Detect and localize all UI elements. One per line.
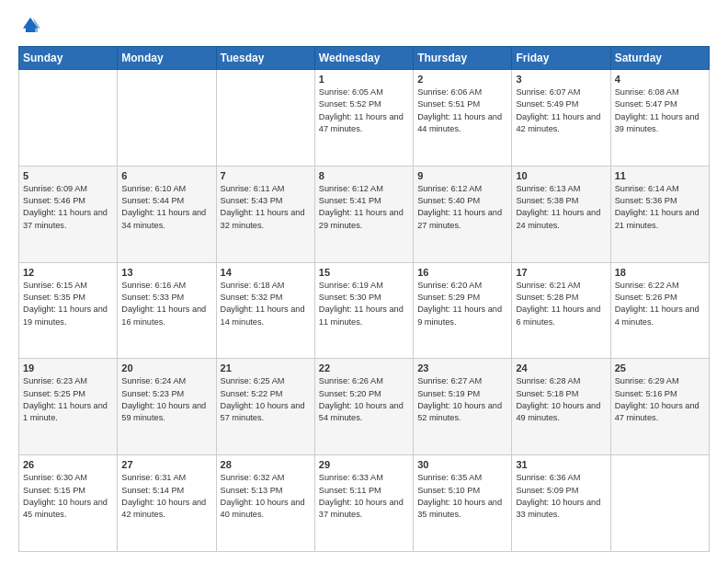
- day-cell: 12Sunrise: 6:15 AMSunset: 5:35 PMDayligh…: [19, 262, 118, 359]
- day-cell: 1Sunrise: 6:05 AMSunset: 5:52 PMDaylight…: [314, 70, 413, 167]
- day-info: Sunrise: 6:29 AMSunset: 5:16 PMDaylight:…: [615, 375, 705, 424]
- day-cell: 19Sunrise: 6:23 AMSunset: 5:25 PMDayligh…: [19, 359, 118, 455]
- day-number: 21: [221, 362, 311, 373]
- day-info: Sunrise: 6:28 AMSunset: 5:18 PMDaylight:…: [516, 375, 606, 424]
- day-number: 1: [319, 74, 409, 85]
- day-info: Sunrise: 6:16 AMSunset: 5:33 PMDaylight:…: [121, 280, 211, 328]
- day-cell: 26Sunrise: 6:30 AMSunset: 5:15 PMDayligh…: [19, 455, 118, 552]
- logo-icon: [20, 15, 40, 35]
- day-number: 30: [417, 459, 507, 470]
- day-info: Sunrise: 6:06 AMSunset: 5:51 PMDaylight:…: [417, 86, 507, 135]
- day-info: Sunrise: 6:31 AMSunset: 5:14 PMDaylight:…: [121, 472, 211, 521]
- day-cell: 2Sunrise: 6:06 AMSunset: 5:51 PMDaylight…: [414, 70, 512, 167]
- day-cell: [19, 70, 118, 167]
- day-cell: 4Sunrise: 6:08 AMSunset: 5:47 PMDaylight…: [610, 70, 709, 167]
- weekday-sunday: Sunday: [19, 47, 118, 70]
- day-info: Sunrise: 6:18 AMSunset: 5:32 PMDaylight:…: [221, 280, 311, 328]
- day-cell: 16Sunrise: 6:20 AMSunset: 5:29 PMDayligh…: [414, 262, 512, 359]
- day-number: 17: [516, 267, 606, 278]
- header: [18, 15, 710, 39]
- day-number: 7: [221, 170, 311, 181]
- day-info: Sunrise: 6:13 AMSunset: 5:38 PMDaylight:…: [516, 183, 606, 232]
- day-info: Sunrise: 6:22 AMSunset: 5:26 PMDaylight:…: [615, 280, 705, 328]
- day-cell: [118, 70, 216, 167]
- day-cell: 24Sunrise: 6:28 AMSunset: 5:18 PMDayligh…: [512, 359, 610, 455]
- day-cell: 20Sunrise: 6:24 AMSunset: 5:23 PMDayligh…: [118, 359, 216, 455]
- day-number: 2: [417, 74, 507, 85]
- day-info: Sunrise: 6:10 AMSunset: 5:44 PMDaylight:…: [121, 183, 211, 232]
- day-info: Sunrise: 6:27 AMSunset: 5:19 PMDaylight:…: [417, 375, 507, 424]
- weekday-header-row: SundayMondayTuesdayWednesdayThursdayFrid…: [19, 47, 710, 70]
- day-number: 15: [319, 267, 409, 278]
- day-number: 28: [221, 459, 311, 470]
- day-cell: [610, 455, 709, 552]
- weekday-monday: Monday: [118, 47, 216, 70]
- day-info: Sunrise: 6:25 AMSunset: 5:22 PMDaylight:…: [221, 375, 311, 424]
- day-cell: 10Sunrise: 6:13 AMSunset: 5:38 PMDayligh…: [512, 166, 610, 262]
- day-info: Sunrise: 6:24 AMSunset: 5:23 PMDaylight:…: [121, 375, 211, 424]
- day-cell: 30Sunrise: 6:35 AMSunset: 5:10 PMDayligh…: [414, 455, 512, 552]
- day-number: 27: [121, 459, 211, 470]
- day-info: Sunrise: 6:12 AMSunset: 5:41 PMDaylight:…: [319, 183, 409, 232]
- day-number: 31: [516, 459, 606, 470]
- day-cell: 25Sunrise: 6:29 AMSunset: 5:16 PMDayligh…: [610, 359, 709, 455]
- day-number: 5: [23, 170, 113, 181]
- weekday-saturday: Saturday: [610, 47, 709, 70]
- week-row-2: 5Sunrise: 6:09 AMSunset: 5:46 PMDaylight…: [19, 166, 710, 262]
- day-number: 14: [221, 267, 311, 278]
- week-row-3: 12Sunrise: 6:15 AMSunset: 5:35 PMDayligh…: [19, 262, 710, 359]
- logo: [18, 15, 42, 39]
- day-number: 26: [23, 459, 113, 470]
- day-info: Sunrise: 6:30 AMSunset: 5:15 PMDaylight:…: [23, 472, 113, 521]
- calendar-table: SundayMondayTuesdayWednesdayThursdayFrid…: [18, 46, 710, 552]
- day-cell: 6Sunrise: 6:10 AMSunset: 5:44 PMDaylight…: [118, 166, 216, 262]
- page: SundayMondayTuesdayWednesdayThursdayFrid…: [0, 0, 728, 563]
- day-number: 20: [121, 362, 211, 373]
- day-cell: 21Sunrise: 6:25 AMSunset: 5:22 PMDayligh…: [216, 359, 314, 455]
- weekday-wednesday: Wednesday: [314, 47, 413, 70]
- day-number: 4: [615, 74, 705, 85]
- day-cell: [216, 70, 314, 167]
- day-info: Sunrise: 6:15 AMSunset: 5:35 PMDaylight:…: [23, 280, 113, 328]
- day-number: 10: [516, 170, 606, 181]
- day-info: Sunrise: 6:05 AMSunset: 5:52 PMDaylight:…: [319, 86, 409, 135]
- day-info: Sunrise: 6:26 AMSunset: 5:20 PMDaylight:…: [319, 375, 409, 424]
- day-cell: 14Sunrise: 6:18 AMSunset: 5:32 PMDayligh…: [216, 262, 314, 359]
- day-number: 3: [516, 74, 606, 85]
- day-info: Sunrise: 6:32 AMSunset: 5:13 PMDaylight:…: [221, 472, 311, 521]
- day-cell: 8Sunrise: 6:12 AMSunset: 5:41 PMDaylight…: [314, 166, 413, 262]
- day-number: 9: [417, 170, 507, 181]
- day-number: 18: [615, 267, 705, 278]
- day-number: 8: [319, 170, 409, 181]
- day-info: Sunrise: 6:35 AMSunset: 5:10 PMDaylight:…: [417, 472, 507, 521]
- day-info: Sunrise: 6:36 AMSunset: 5:09 PMDaylight:…: [516, 472, 606, 521]
- day-cell: 31Sunrise: 6:36 AMSunset: 5:09 PMDayligh…: [512, 455, 610, 552]
- day-info: Sunrise: 6:09 AMSunset: 5:46 PMDaylight:…: [23, 183, 113, 232]
- day-info: Sunrise: 6:20 AMSunset: 5:29 PMDaylight:…: [417, 280, 507, 328]
- day-number: 25: [615, 362, 705, 373]
- day-info: Sunrise: 6:11 AMSunset: 5:43 PMDaylight:…: [221, 183, 311, 232]
- day-cell: 17Sunrise: 6:21 AMSunset: 5:28 PMDayligh…: [512, 262, 610, 359]
- day-info: Sunrise: 6:19 AMSunset: 5:30 PMDaylight:…: [319, 280, 409, 328]
- weekday-thursday: Thursday: [414, 47, 512, 70]
- day-cell: 7Sunrise: 6:11 AMSunset: 5:43 PMDaylight…: [216, 166, 314, 262]
- day-number: 6: [121, 170, 211, 181]
- day-number: 13: [121, 267, 211, 278]
- day-cell: 11Sunrise: 6:14 AMSunset: 5:36 PMDayligh…: [610, 166, 709, 262]
- day-info: Sunrise: 6:12 AMSunset: 5:40 PMDaylight:…: [417, 183, 507, 232]
- day-cell: 29Sunrise: 6:33 AMSunset: 5:11 PMDayligh…: [314, 455, 413, 552]
- day-info: Sunrise: 6:23 AMSunset: 5:25 PMDaylight:…: [23, 375, 113, 424]
- day-cell: 22Sunrise: 6:26 AMSunset: 5:20 PMDayligh…: [314, 359, 413, 455]
- day-number: 19: [23, 362, 113, 373]
- day-cell: 27Sunrise: 6:31 AMSunset: 5:14 PMDayligh…: [118, 455, 216, 552]
- weekday-tuesday: Tuesday: [216, 47, 314, 70]
- day-info: Sunrise: 6:07 AMSunset: 5:49 PMDaylight:…: [516, 86, 606, 135]
- day-number: 11: [615, 170, 705, 181]
- day-number: 24: [516, 362, 606, 373]
- week-row-4: 19Sunrise: 6:23 AMSunset: 5:25 PMDayligh…: [19, 359, 710, 455]
- day-number: 29: [319, 459, 409, 470]
- day-info: Sunrise: 6:14 AMSunset: 5:36 PMDaylight:…: [615, 183, 705, 232]
- day-cell: 15Sunrise: 6:19 AMSunset: 5:30 PMDayligh…: [314, 262, 413, 359]
- weekday-friday: Friday: [512, 47, 610, 70]
- day-cell: 3Sunrise: 6:07 AMSunset: 5:49 PMDaylight…: [512, 70, 610, 167]
